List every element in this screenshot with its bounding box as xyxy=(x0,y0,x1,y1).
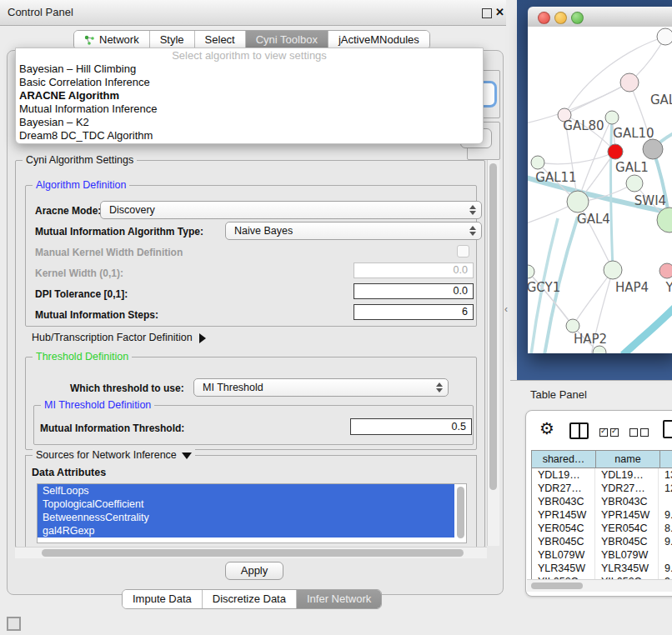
network-node[interactable] xyxy=(659,263,672,278)
hub-definition-toggle[interactable]: Hub/Transcription Factor Definition xyxy=(32,332,206,343)
table-row[interactable]: YPR145WYPR145W9. xyxy=(532,508,672,522)
list-scrollbar-thumb[interactable] xyxy=(457,487,464,538)
tab-jactivemnodules[interactable]: jActiveMNodules xyxy=(328,31,429,49)
data-attribute-item[interactable]: gal4RGexp xyxy=(38,524,454,538)
tab-impute-data[interactable]: Impute Data xyxy=(123,590,203,608)
tab-style[interactable]: Style xyxy=(150,31,195,49)
network-node[interactable] xyxy=(605,111,619,124)
tab-network[interactable]: Network xyxy=(74,31,150,49)
algorithm-option[interactable]: Basic Correlation Inference xyxy=(16,76,483,89)
table-hscrollbar[interactable] xyxy=(527,579,672,592)
network-node[interactable] xyxy=(566,319,579,332)
network-node-label: GAL xyxy=(650,92,672,108)
table-row[interactable]: YLR345WYLR345W9. xyxy=(532,562,672,575)
apply-button[interactable]: Apply xyxy=(225,562,283,580)
algorithm-option[interactable]: Dream8 DC_TDC Algorithm xyxy=(16,129,483,142)
table-row[interactable]: YDL19…YDL19…13 xyxy=(532,468,672,482)
table-panel-header: Table Panel xyxy=(510,380,672,408)
table-cell: 9. xyxy=(659,508,672,522)
network-node[interactable] xyxy=(531,156,544,169)
expand-right-icon xyxy=(199,333,206,343)
network-edge[interactable] xyxy=(538,152,615,164)
close-icon[interactable]: ✕ xyxy=(495,6,504,18)
close-traffic-icon[interactable] xyxy=(538,12,550,24)
settings-hscrollbar[interactable] xyxy=(15,547,487,558)
collapsed-panel-icon[interactable] xyxy=(7,617,21,631)
settings-vscrollbar[interactable] xyxy=(487,160,499,546)
network-node[interactable] xyxy=(593,346,606,353)
zoom-traffic-icon[interactable] xyxy=(571,12,584,24)
column-header[interactable] xyxy=(660,450,672,468)
table-row[interactable]: YDR27…YDR27…12 xyxy=(532,482,672,495)
tab-cyni-toolbox[interactable]: Cyni Toolbox xyxy=(246,31,328,49)
table-toolbar: ⚙ xyxy=(526,411,672,449)
tab-discretize-data[interactable]: Discretize Data xyxy=(203,590,297,608)
data-attribute-item[interactable]: TopologicalCoefficient xyxy=(38,498,454,511)
column-header[interactable]: name xyxy=(596,450,660,468)
node-table: shared…name YDL19…YDL19…13YDR27…YDR27…12… xyxy=(531,450,672,579)
mi-threshold-field[interactable]: 0.5 xyxy=(350,418,472,435)
network-node-label: SWI4 xyxy=(634,193,666,208)
select-columns-icon[interactable] xyxy=(599,425,619,440)
network-node[interactable] xyxy=(567,191,589,212)
algorithm-option[interactable]: Bayesian – K2 xyxy=(16,116,483,129)
network-edge[interactable] xyxy=(573,270,613,326)
table-row[interactable]: YBR043CYBR043C xyxy=(532,495,672,508)
network-edge[interactable] xyxy=(623,295,672,353)
mi-steps-field[interactable]: 6 xyxy=(354,304,474,320)
network-node-label: GAL4 xyxy=(577,212,610,227)
network-node[interactable] xyxy=(643,139,663,159)
data-attributes-list[interactable]: SelfLoopsTopologicalCoefficientBetweenne… xyxy=(37,483,467,543)
algorithm-option[interactable]: ARACNE Algorithm xyxy=(16,89,483,102)
network-node[interactable] xyxy=(657,28,672,45)
algorithm-list: Bayesian – Hill ClimbingBasic Correlatio… xyxy=(16,62,483,142)
expand-down-icon xyxy=(182,452,192,459)
table-cell: 13 xyxy=(659,468,672,482)
kernel-width-field[interactable]: 0.0 xyxy=(354,262,474,278)
mi-type-label: Mutual Information Algorithm Type: xyxy=(35,226,203,238)
network-window-titlebar[interactable] xyxy=(528,7,672,28)
mi-type-combo[interactable]: Naive Bayes xyxy=(225,222,482,240)
network-node-label: GCY1 xyxy=(528,280,560,295)
network-node[interactable] xyxy=(604,261,622,279)
table-row[interactable]: YER054CYER054C8. xyxy=(532,522,672,535)
float-icon[interactable] xyxy=(482,8,492,18)
document-icon[interactable] xyxy=(663,420,672,438)
table-cell: 12 xyxy=(659,482,672,495)
table-cell: YBR043C xyxy=(595,495,659,508)
network-node[interactable] xyxy=(620,73,639,92)
splitter-collapse-icon[interactable]: ‹ xyxy=(504,303,508,315)
tab-select[interactable]: Select xyxy=(195,31,246,49)
dpi-tolerance-label: DPI Tolerance [0,1]: xyxy=(35,288,128,300)
manual-kernel-checkbox[interactable] xyxy=(457,245,469,258)
tab-infer-network[interactable]: Infer Network xyxy=(297,590,381,608)
settings-vscrollbar-thumb[interactable] xyxy=(489,163,497,490)
algorithm-option[interactable]: Mutual Information Inference xyxy=(16,102,483,116)
algorithm-option[interactable]: Bayesian – Hill Climbing xyxy=(16,62,483,76)
table-row[interactable]: YBR045CYBR045C9. xyxy=(532,535,672,548)
which-threshold-combo[interactable]: MI Threshold xyxy=(193,378,449,397)
table-hscrollbar-thumb[interactable] xyxy=(531,582,583,589)
deselect-columns-icon[interactable] xyxy=(629,425,649,440)
data-attribute-item[interactable]: SelfLoops xyxy=(38,484,454,498)
network-node[interactable] xyxy=(626,175,643,192)
dpi-tolerance-field[interactable]: 0.0 xyxy=(354,283,474,299)
aracne-mode-combo[interactable]: Discovery xyxy=(100,201,482,219)
table-cell: YER054C xyxy=(595,522,659,535)
table-cell xyxy=(659,548,672,562)
data-attributes-label: Data Attributes xyxy=(32,467,106,478)
data-attribute-item[interactable]: BetweennessCentrality xyxy=(38,511,454,524)
table-cell: YBL079W xyxy=(532,548,595,562)
gear-icon[interactable]: ⚙ xyxy=(539,418,554,438)
network-node[interactable] xyxy=(528,265,534,278)
network-node-label: GAL10 xyxy=(613,126,654,141)
network-node-label: GAL80 xyxy=(563,118,604,133)
minimize-traffic-icon[interactable] xyxy=(554,12,567,24)
settings-hscrollbar-thumb[interactable] xyxy=(42,549,464,557)
split-columns-icon[interactable] xyxy=(569,422,589,439)
table-row[interactable]: YBL079WYBL079W xyxy=(532,548,672,562)
network-node[interactable] xyxy=(608,144,623,159)
column-header[interactable]: shared… xyxy=(532,450,596,468)
network-canvas[interactable]: GAL80GAL10GALGAL11GAL1SWI4GAL4GCY1HAP4YH… xyxy=(528,27,672,353)
which-threshold-label: Which threshold to use: xyxy=(70,382,184,394)
